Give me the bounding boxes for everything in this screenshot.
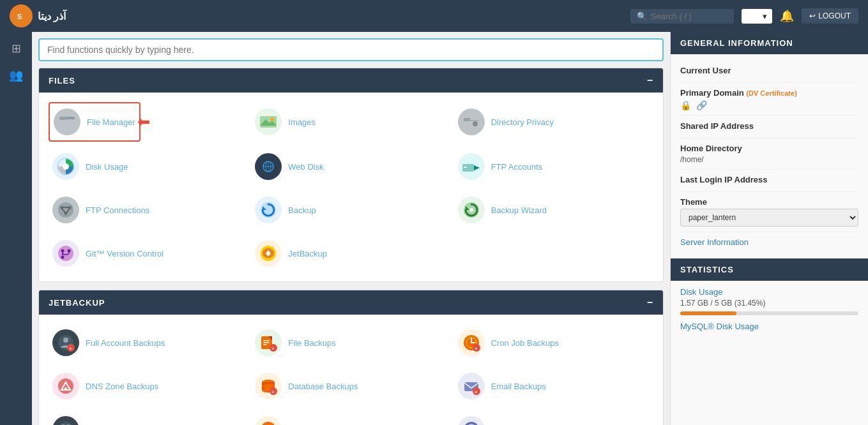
function-search-input[interactable]	[38, 38, 664, 61]
mysql-stats-label[interactable]: MySQL® Disk Usage	[680, 322, 858, 331]
disk-usage-stats-label[interactable]: Disk Usage	[680, 287, 858, 297]
snapshots-icon: +	[255, 416, 282, 425]
file-manager-item[interactable]: File Manager	[49, 102, 141, 142]
file-manager-icon	[54, 108, 80, 135]
domain-icons: 🔒 🔗	[680, 100, 858, 110]
images-item[interactable]: Images	[251, 102, 450, 142]
right-sidebar: GENERAL INFORMATION Current User Primary…	[670, 32, 868, 425]
snapshots-item[interactable]: + Snapshots	[251, 411, 450, 425]
disk-usage-stats-value: 1.57 GB / 5 GB (31.45%)	[680, 299, 858, 308]
svg-point-36	[61, 256, 65, 259]
full-account-backups-label: Full Account Backups	[86, 338, 165, 348]
queue-icon	[52, 416, 79, 425]
dns-zone-backups-icon	[52, 373, 79, 399]
logout-button[interactable]: ↩ LOGOUT	[802, 8, 858, 24]
queue-item[interactable]: Queue	[49, 411, 248, 425]
files-section-title: FILES	[49, 76, 75, 86]
svg-text:+: +	[475, 389, 478, 395]
database-backups-item[interactable]: + Database Backups	[251, 368, 450, 405]
chevron-down-icon: ▾	[763, 11, 767, 21]
files-section: FILES − File Manager ⬅	[38, 68, 664, 282]
backup-label: Backup	[288, 205, 316, 215]
ftp-connections-icon	[52, 197, 79, 223]
topnav: S آذر دیتا 🔍 ▾ 🔔 ↩ LOGOUT	[0, 0, 868, 32]
jetbackup-section-header: JETBACKUP −	[39, 290, 663, 315]
logo-icon: S	[10, 4, 33, 27]
svg-point-56	[58, 378, 73, 394]
last-login-row: Last Login IP Address	[680, 170, 858, 192]
gdpr-item[interactable]: EU GDPR Compliance	[454, 411, 653, 425]
svg-text:+: +	[475, 346, 478, 352]
home-directory-row: Home Directory /home/	[680, 138, 858, 170]
jetbackup-item[interactable]: JetBackup	[251, 235, 450, 272]
backup-item[interactable]: Backup	[251, 191, 450, 228]
git-icon	[52, 240, 79, 267]
user-dropdown[interactable]: ▾	[742, 9, 773, 24]
email-backups-item[interactable]: + Email Backups	[454, 368, 653, 405]
web-disk-icon	[255, 153, 282, 180]
files-section-header: FILES −	[39, 68, 663, 93]
full-account-backups-icon: +	[52, 329, 79, 356]
ftp-connections-item[interactable]: FTP Connections	[49, 191, 248, 228]
jetbackup-collapse-button[interactable]: −	[647, 297, 653, 308]
backup-icon	[255, 197, 282, 223]
svg-point-35	[68, 250, 71, 253]
images-label: Images	[288, 117, 316, 127]
svg-text:+: +	[271, 389, 275, 395]
git-item[interactable]: Git™ Version Control	[49, 235, 248, 272]
file-backups-label: File Backups	[288, 338, 335, 348]
backup-wizard-icon	[458, 197, 485, 223]
theme-select[interactable]: paper_lantern	[680, 209, 858, 227]
svg-rect-3	[59, 119, 75, 128]
svg-point-32	[469, 208, 473, 212]
search-bar-top[interactable]: 🔍	[630, 9, 734, 24]
web-disk-item[interactable]: Web Disk	[251, 148, 450, 185]
ftp-accounts-item[interactable]: FTP Accounts	[454, 148, 653, 185]
directory-privacy-label: Directory Privacy	[491, 117, 554, 127]
backup-wizard-label: Backup Wizard	[491, 205, 547, 215]
disk-usage-item[interactable]: Disk Usage	[49, 148, 248, 185]
dv-cert-text: (DV Certificate)	[746, 89, 796, 97]
svg-point-10	[473, 121, 478, 126]
shared-ip-label: Shared IP Address	[680, 121, 858, 131]
directory-privacy-item[interactable]: Directory Privacy	[454, 102, 653, 142]
cron-job-backups-item[interactable]: + Cron Job Backups	[454, 324, 653, 361]
logo: S آذر دیتا	[10, 4, 66, 27]
logo-text: آذر دیتا	[38, 10, 66, 22]
jetbackup-section-title: JETBACKUP	[49, 298, 105, 308]
svg-marker-19	[474, 165, 480, 170]
dns-zone-backups-item[interactable]: DNS Zone Backups	[49, 368, 248, 405]
file-backups-item[interactable]: + File Backups	[251, 324, 450, 361]
database-backups-label: Database Backups	[288, 382, 358, 391]
jetbackup-section: JETBACKUP − + Full Account Backups + Fil…	[38, 290, 664, 425]
backup-wizard-item[interactable]: Backup Wizard	[454, 191, 653, 228]
svg-point-57	[65, 387, 67, 390]
disk-usage-progress-wrap	[680, 311, 858, 315]
sidebar-grid-icon[interactable]: ⊞	[6, 38, 26, 59]
svg-rect-45	[263, 340, 270, 341]
current-user-row: Current User	[680, 61, 858, 83]
files-collapse-button[interactable]: −	[647, 75, 653, 86]
ftp-connections-label: FTP Connections	[86, 205, 149, 215]
lock-icon: 🔒	[680, 100, 691, 110]
general-info-body: Current User Primary Domain (DV Certific…	[671, 54, 868, 258]
file-manager-row: File Manager ⬅	[49, 102, 248, 142]
svg-text:+: +	[69, 346, 72, 352]
stats-header: STATISTICS	[671, 258, 868, 281]
directory-privacy-icon	[458, 108, 485, 135]
search-input-top[interactable]	[651, 11, 727, 21]
jetbackup-icon	[255, 240, 282, 267]
file-backups-icon: +	[255, 329, 282, 356]
shared-ip-row: Shared IP Address	[680, 116, 858, 138]
sidebar-users-icon[interactable]: 👥	[6, 65, 26, 86]
images-icon	[255, 108, 282, 135]
cron-job-backups-label: Cron Job Backups	[491, 338, 559, 348]
disk-usage-progress-fill	[680, 311, 736, 315]
server-info-link[interactable]: Server Information	[680, 232, 858, 252]
bell-icon[interactable]: 🔔	[780, 9, 794, 23]
general-info-header: GENERAL INFORMATION	[671, 32, 868, 54]
full-account-backups-item[interactable]: + Full Account Backups	[49, 324, 248, 361]
external-link-icon[interactable]: 🔗	[696, 100, 707, 110]
cron-job-backups-icon: +	[458, 329, 485, 356]
svg-rect-46	[263, 342, 270, 343]
